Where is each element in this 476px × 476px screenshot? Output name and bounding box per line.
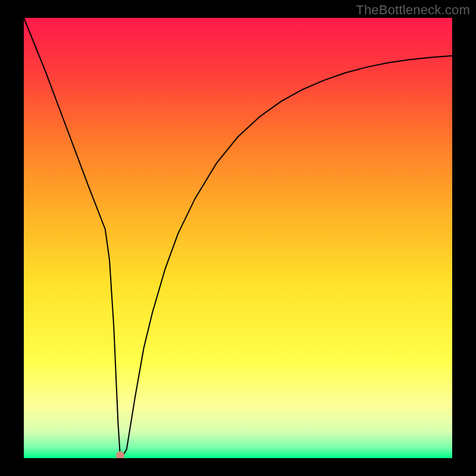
attribution-text: TheBottleneck.com [356,2,470,18]
plot-area [24,18,452,458]
gradient-background [24,18,452,458]
chart-frame: TheBottleneck.com [0,0,476,476]
chart-svg [24,18,452,458]
